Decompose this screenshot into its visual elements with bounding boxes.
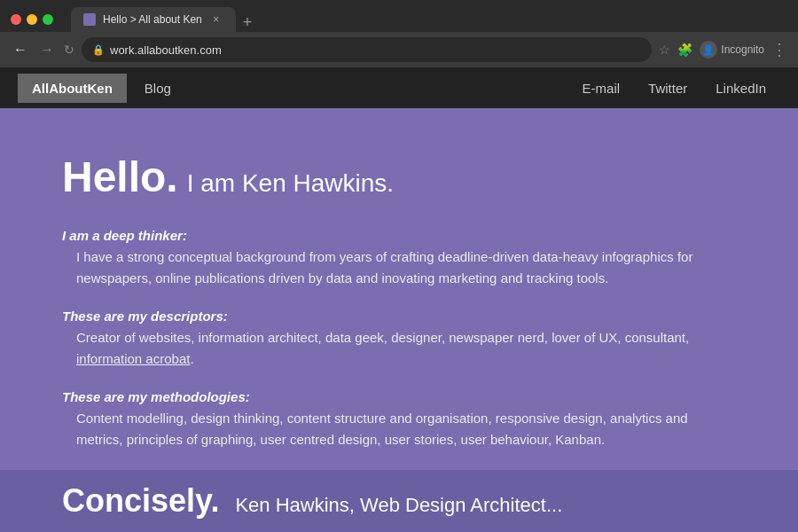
section-text-1: Creator of websites, information archite…	[62, 327, 736, 370]
new-tab-button[interactable]: +	[238, 13, 258, 32]
information-acrobat-link[interactable]: information acrobat	[76, 351, 190, 366]
nav-link-blog[interactable]: Blog	[130, 81, 185, 96]
window-controls	[11, 14, 53, 25]
address-bar: ← → ↻ 🔒 work.allaboutken.com ☆ 🧩 👤 Incog…	[0, 32, 798, 67]
section-label-2: These are my methodologies:	[62, 389, 736, 404]
close-button[interactable]	[11, 14, 21, 25]
lock-icon: 🔒	[92, 44, 105, 56]
nav-link-email[interactable]: E-mail	[568, 81, 635, 96]
footer-heading-bold: Concisely.	[62, 482, 219, 519]
minimize-button[interactable]	[27, 14, 37, 25]
hero-subtitle: I am Ken Hawkins.	[187, 169, 394, 198]
section-text-2: Content modelling, design thinking, cont…	[62, 408, 736, 450]
active-tab[interactable]: Hello > All about Ken ×	[71, 7, 236, 32]
section-label-1: These are my descriptors:	[62, 309, 736, 324]
tab-favicon	[83, 13, 96, 26]
forward-button[interactable]: →	[37, 42, 57, 58]
reload-button[interactable]: ↻	[64, 43, 74, 57]
section-label-0: I am a deep thinker:	[62, 228, 736, 243]
nav-link-twitter[interactable]: Twitter	[634, 81, 701, 96]
star-button[interactable]: ☆	[659, 43, 670, 57]
nav-brand[interactable]: AllAboutKen	[18, 74, 127, 103]
incognito-icon: 👤	[700, 41, 717, 59]
section-descriptors: These are my descriptors: Creator of web…	[62, 309, 736, 370]
browser-menu-button[interactable]: ⋮	[771, 40, 787, 59]
hero-hello: Hello.	[62, 153, 178, 201]
footer-preview: Concisely. Ken Hawkins, Web Design Archi…	[0, 470, 798, 532]
incognito-badge: 👤 Incognito	[700, 41, 764, 59]
url-box[interactable]: 🔒 work.allaboutken.com	[82, 37, 652, 62]
footer-heading-sub: Ken Hawkins, Web Design Architect...	[235, 494, 562, 516]
section-deep-thinker: I am a deep thinker: I have a strong con…	[62, 228, 736, 289]
tab-bar: Hello > All about Ken × +	[71, 7, 257, 32]
section-methodologies: These are my methodologies: Content mode…	[62, 389, 736, 450]
tab-close-button[interactable]: ×	[209, 12, 223, 27]
title-bar: Hello > All about Ken × +	[0, 0, 798, 32]
maximize-button[interactable]	[43, 14, 53, 25]
extension-button[interactable]: 🧩	[677, 43, 692, 57]
tab-title: Hello > All about Ken	[103, 13, 202, 26]
nav-links-left: Blog	[130, 81, 185, 96]
address-actions: ☆ 🧩 👤 Incognito ⋮	[659, 40, 787, 59]
site-nav: AllAboutKen Blog E-mail Twitter LinkedIn	[0, 67, 798, 108]
section-text-0: I have a strong conceptual background fr…	[62, 246, 736, 289]
browser-chrome: Hello > All about Ken × + ← → ↻ 🔒 work.a…	[0, 0, 798, 67]
incognito-label: Incognito	[721, 43, 764, 56]
url-text: work.allaboutken.com	[110, 43, 222, 57]
hero-heading: Hello. I am Ken Hawkins.	[62, 153, 736, 201]
main-content: Hello. I am Ken Hawkins. I am a deep thi…	[0, 108, 798, 505]
nav-links-right: E-mail Twitter LinkedIn	[568, 81, 780, 96]
footer-heading: Concisely. Ken Hawkins, Web Design Archi…	[62, 482, 736, 520]
nav-link-linkedin[interactable]: LinkedIn	[701, 81, 780, 96]
back-button[interactable]: ←	[11, 42, 30, 58]
